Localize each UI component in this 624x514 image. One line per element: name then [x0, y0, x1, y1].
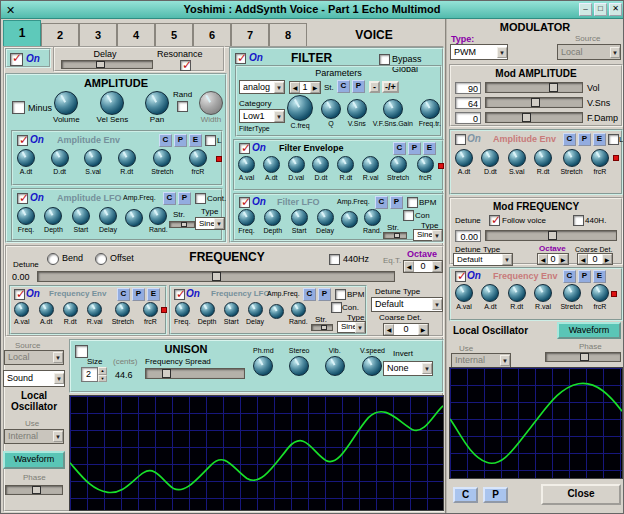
amp-freq-knob[interactable]: [269, 304, 284, 319]
r-dt-knob[interactable]: [63, 302, 78, 317]
d-val-knob[interactable]: [288, 156, 305, 173]
minus-checkbox[interactable]: [12, 101, 25, 114]
p-button[interactable]: P: [174, 134, 187, 147]
window-menu-icon[interactable]: ✕: [6, 3, 15, 17]
r-val-knob[interactable]: [534, 284, 552, 302]
amp-lfo-on-checkbox[interactable]: [17, 193, 28, 204]
slider-handle[interactable]: [580, 353, 589, 361]
invert-dropdown[interactable]: None▼: [383, 361, 433, 376]
c-button[interactable]: C: [393, 142, 406, 155]
bpm-checkbox[interactable]: [407, 197, 418, 208]
slider-handle[interactable]: [321, 325, 327, 330]
mod-coarse-stepper[interactable]: ◀0▶: [577, 253, 613, 265]
c-button[interactable]: C: [159, 134, 172, 147]
q-knob[interactable]: [321, 99, 341, 119]
filter-kind-dropdown[interactable]: analog▼: [239, 80, 285, 94]
mod-waveform-button[interactable]: Waveform: [557, 322, 621, 339]
r-dt-knob[interactable]: [534, 149, 552, 167]
vel-sens-knob[interactable]: [100, 91, 124, 115]
freq-lfo-type-dropdown[interactable]: Sine▼: [337, 321, 366, 333]
use-dropdown[interactable]: Internal▼: [4, 429, 64, 444]
440hz-checkbox[interactable]: [329, 254, 340, 265]
detune-slider[interactable]: [37, 271, 395, 282]
category-dropdown[interactable]: Low1▼: [239, 109, 285, 123]
tab-1[interactable]: 1: [3, 20, 41, 46]
freq-env-on-checkbox[interactable]: [14, 289, 25, 300]
decrement-icon[interactable]: ◀: [578, 254, 588, 264]
stretch-knob[interactable]: [153, 149, 171, 167]
v-speed-knob[interactable]: [362, 356, 382, 376]
freq-tr-knob[interactable]: [420, 99, 440, 119]
d-dt-knob[interactable]: [51, 149, 69, 167]
slider-handle[interactable]: [549, 83, 558, 92]
tab-5[interactable]: 5: [155, 23, 193, 46]
e-button[interactable]: E: [147, 288, 160, 301]
fdamp-slider[interactable]: [485, 112, 583, 123]
decrement-icon[interactable]: ◀: [538, 254, 548, 264]
delay-slider[interactable]: [61, 60, 153, 69]
a-val-knob[interactable]: [14, 302, 29, 317]
linear-checkbox[interactable]: [205, 135, 216, 146]
p-button[interactable]: P: [408, 142, 421, 155]
amp-freq-knob[interactable]: [125, 209, 143, 227]
a-dt-knob[interactable]: [17, 149, 35, 167]
slider-handle[interactable]: [531, 98, 540, 107]
stages-stepper[interactable]: ◀1▶: [289, 81, 321, 94]
freq-knob[interactable]: [17, 207, 35, 225]
freq-lfo-on-checkbox[interactable]: [174, 289, 185, 300]
linear-checkbox[interactable]: [608, 134, 619, 145]
start-knob[interactable]: [72, 207, 90, 225]
width-knob[interactable]: [199, 91, 223, 115]
filter-on-checkbox[interactable]: [235, 53, 246, 64]
vsns-slider[interactable]: [485, 97, 583, 108]
vib-knob[interactable]: [325, 356, 345, 376]
p-button[interactable]: P: [132, 288, 145, 301]
a-dt-knob[interactable]: [263, 156, 280, 173]
minus-plus-button[interactable]: -/+: [382, 81, 399, 93]
filter-lfo-on-checkbox[interactable]: [239, 197, 250, 208]
increment-icon[interactable]: ▶: [602, 254, 612, 264]
p-button[interactable]: P: [578, 133, 591, 146]
close-button[interactable]: Close: [541, 484, 621, 505]
amp-freq-knob[interactable]: [341, 211, 358, 228]
start-knob[interactable]: [224, 302, 239, 317]
mod-freq-env-on-checkbox[interactable]: [455, 271, 466, 282]
s-val-knob[interactable]: [508, 149, 526, 167]
frequency-spread-slider[interactable]: [145, 368, 245, 379]
e-button[interactable]: E: [189, 134, 202, 147]
c-button[interactable]: C: [303, 288, 316, 301]
delay-knob[interactable]: [248, 302, 263, 317]
waveform-button[interactable]: Waveform: [3, 451, 65, 469]
slider-handle[interactable]: [96, 61, 105, 68]
size-spinner[interactable]: 2 ▲ ▼: [81, 367, 107, 382]
c-freq-knob[interactable]: [287, 95, 313, 121]
c-button[interactable]: C: [163, 192, 176, 205]
a-val-knob[interactable]: [455, 284, 473, 302]
titlebar[interactable]: ✕ Yoshimi : AddSynth Voice - Part 1 Echo…: [1, 1, 623, 19]
c-button[interactable]: C: [375, 196, 388, 209]
str-slider[interactable]: [311, 324, 333, 331]
sound-dropdown[interactable]: Sound▼: [3, 370, 65, 387]
phase-slider[interactable]: [5, 485, 63, 495]
d-dt-knob[interactable]: [481, 149, 499, 167]
a-dt-knob[interactable]: [455, 149, 473, 167]
amp-env-on-checkbox[interactable]: [17, 135, 28, 146]
mod-phase-slider[interactable]: [545, 352, 621, 362]
close-icon[interactable]: ✕: [609, 3, 622, 16]
e-button[interactable]: E: [423, 142, 436, 155]
a-dt-knob[interactable]: [481, 284, 499, 302]
minus-button[interactable]: -: [369, 81, 380, 93]
voice-on-checkbox[interactable]: [10, 53, 23, 66]
frcr-knob[interactable]: [591, 284, 609, 302]
mod-detune-slider[interactable]: [485, 230, 617, 241]
increment-icon[interactable]: ▶: [432, 261, 442, 272]
e-button[interactable]: E: [593, 270, 606, 283]
rand-knob[interactable]: [364, 209, 381, 226]
rand-knob[interactable]: [149, 207, 167, 225]
volume-knob[interactable]: [54, 91, 78, 115]
start-knob[interactable]: [291, 209, 308, 226]
stereo-knob[interactable]: [289, 356, 309, 376]
mod-detune-type-dropdown[interactable]: Default▼: [453, 253, 513, 266]
rand-checkbox[interactable]: [177, 101, 188, 112]
s-val-knob[interactable]: [84, 149, 102, 167]
